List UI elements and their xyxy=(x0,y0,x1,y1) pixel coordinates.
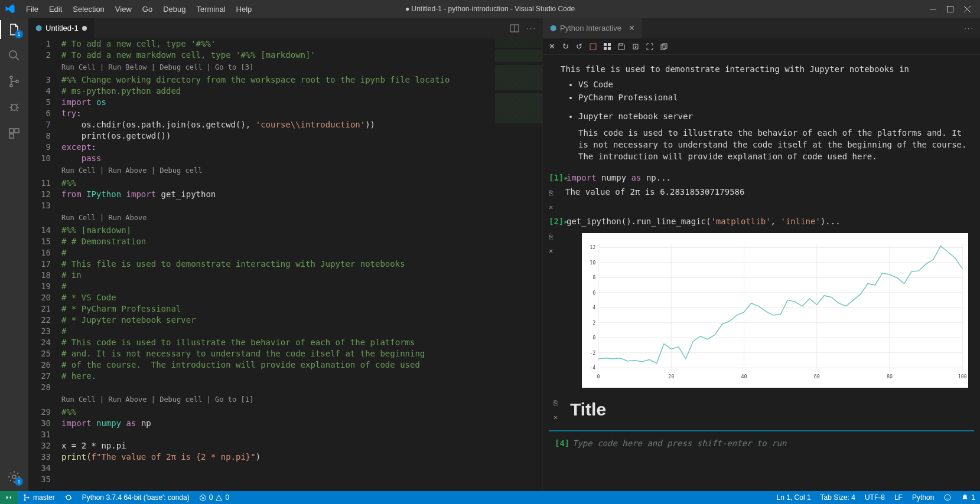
svg-rect-8 xyxy=(9,134,14,138)
feedback-icon[interactable] xyxy=(939,493,956,502)
svg-point-4 xyxy=(16,80,18,83)
svg-text:-4: -4 xyxy=(590,365,596,371)
tab-python-interactive[interactable]: ⬢ Python Interactive ✕ xyxy=(543,18,643,38)
cell-2: [2]▸ get_ipython().run_line_magic('matpl… xyxy=(543,214,980,228)
copy-cell-icon[interactable]: ⎘ xyxy=(549,187,563,199)
tab-label: Untitled-1 xyxy=(45,24,79,32)
svg-text:100: 100 xyxy=(958,374,967,379)
delete-cell-icon[interactable]: ✕ xyxy=(554,411,564,423)
language-mode[interactable]: Python xyxy=(907,493,939,502)
python-icon: ⬢ xyxy=(550,24,556,32)
tab-label: Python Interactive xyxy=(560,24,621,32)
svg-text:80: 80 xyxy=(887,374,893,379)
encoding[interactable]: UTF-8 xyxy=(860,493,890,502)
copy-icon[interactable] xyxy=(660,43,668,50)
svg-text:-2: -2 xyxy=(590,350,596,356)
cancel-icon[interactable]: ✕ xyxy=(549,42,555,51)
redo-icon[interactable]: ↻ xyxy=(562,42,569,51)
grid-icon[interactable] xyxy=(604,43,611,50)
close-icon[interactable] xyxy=(964,6,971,12)
vscode-logo-icon xyxy=(5,4,15,14)
expand-icon[interactable] xyxy=(646,43,653,50)
svg-rect-15 xyxy=(608,47,611,50)
extensions-icon[interactable] xyxy=(7,126,21,140)
svg-point-2 xyxy=(10,76,12,78)
codelens-2[interactable]: Run Cell | Run Above | Debug cell xyxy=(28,165,542,176)
codelens-4[interactable]: Run Cell | Run Above | Debug cell | Go t… xyxy=(28,394,542,405)
copy-cell-icon[interactable]: ⎘ xyxy=(549,231,562,243)
svg-text:8: 8 xyxy=(593,274,596,280)
export-icon[interactable] xyxy=(632,43,639,50)
svg-point-5 xyxy=(11,104,17,110)
sync-icon[interactable] xyxy=(60,491,77,504)
search-icon[interactable] xyxy=(7,48,21,63)
maximize-icon[interactable] xyxy=(947,6,953,12)
menu-go[interactable]: Go xyxy=(138,2,157,16)
scm-icon[interactable] xyxy=(7,74,21,89)
explorer-badge: 1 xyxy=(15,30,23,38)
interactive-tabs: ⬢ Python Interactive ✕ ··· xyxy=(543,18,980,38)
menu-edit[interactable]: Edit xyxy=(44,2,67,16)
input-cell[interactable]: [4] Type code here and press shift-enter… xyxy=(549,430,974,455)
editor-body[interactable]: 1# To add a new cell, type '#%%' 2# To a… xyxy=(28,38,542,491)
svg-rect-7 xyxy=(15,129,19,133)
interactive-content: This file is used to demonstrate interac… xyxy=(543,55,980,491)
title-bar: File Edit Selection View Go Debug Termin… xyxy=(0,0,980,18)
svg-rect-0 xyxy=(948,6,953,12)
split-editor-icon[interactable] xyxy=(510,24,519,33)
more-actions-icon[interactable]: ··· xyxy=(964,24,974,32)
dirty-dot-icon xyxy=(82,26,87,31)
gear-badge: 1 xyxy=(15,477,23,486)
editor-tabs: ⬢ Untitled-1 ··· xyxy=(28,18,542,38)
svg-text:20: 20 xyxy=(669,374,675,379)
input-caret: [4] xyxy=(555,437,572,449)
minimize-icon[interactable] xyxy=(930,6,936,12)
svg-text:60: 60 xyxy=(814,374,820,379)
svg-rect-12 xyxy=(604,43,607,46)
svg-text:0: 0 xyxy=(593,335,596,341)
undo-icon[interactable]: ↺ xyxy=(576,42,582,51)
output-chart: -4-2024681012020406080100 xyxy=(582,233,968,388)
svg-text:2: 2 xyxy=(593,320,596,326)
python-env[interactable]: Python 3.7.4 64-bit ('base': conda) xyxy=(77,491,194,504)
menu-terminal[interactable]: Terminal xyxy=(191,2,230,16)
svg-text:6: 6 xyxy=(593,290,596,296)
debug-icon[interactable] xyxy=(7,100,21,114)
activity-bar: 1 1 xyxy=(0,18,28,491)
delete-cell-icon[interactable]: ✕ xyxy=(549,245,562,257)
cursor-position[interactable]: Ln 1, Col 1 xyxy=(772,493,816,502)
cell-caret: [1]▸ xyxy=(549,172,566,184)
status-bar: master Python 3.7.4 64-bit ('base': cond… xyxy=(0,491,980,504)
menu-selection[interactable]: Selection xyxy=(68,2,109,16)
menu-help[interactable]: Help xyxy=(232,2,257,16)
explorer-icon[interactable]: 1 xyxy=(7,22,21,37)
indent[interactable]: Tab Size: 4 xyxy=(816,493,860,502)
git-branch[interactable]: master xyxy=(18,491,60,504)
gear-icon[interactable]: 1 xyxy=(7,470,21,484)
menu-file[interactable]: File xyxy=(21,2,43,16)
svg-text:12: 12 xyxy=(590,244,596,250)
delete-cell-icon[interactable]: ✕ xyxy=(549,201,563,213)
svg-rect-14 xyxy=(604,47,607,50)
problems[interactable]: 0 0 xyxy=(194,491,234,504)
stop-icon[interactable] xyxy=(590,43,597,50)
svg-text:40: 40 xyxy=(741,374,747,379)
svg-point-1 xyxy=(9,51,17,58)
menu-debug[interactable]: Debug xyxy=(158,2,190,16)
remote-indicator[interactable] xyxy=(0,491,18,504)
tab-untitled[interactable]: ⬢ Untitled-1 xyxy=(28,18,95,38)
codelens-3[interactable]: Run Cell | Run Above xyxy=(28,212,542,224)
svg-rect-11 xyxy=(590,44,596,50)
codelens-1[interactable]: Run Cell | Run Below | Debug cell | Go t… xyxy=(28,62,542,73)
markdown-output: This file is used to demonstrate interac… xyxy=(543,60,980,171)
copy-cell-icon[interactable]: ⎘ xyxy=(554,397,564,409)
close-icon[interactable]: ✕ xyxy=(629,24,635,32)
svg-rect-13 xyxy=(608,43,611,46)
eol[interactable]: LF xyxy=(890,493,907,502)
svg-text:0: 0 xyxy=(597,374,600,379)
notifications[interactable]: 1 xyxy=(956,493,980,502)
save-icon[interactable] xyxy=(618,43,625,50)
more-actions-icon[interactable]: ··· xyxy=(526,24,536,32)
input-placeholder: Type code here and press shift-enter to … xyxy=(572,437,786,449)
menu-view[interactable]: View xyxy=(110,2,136,16)
